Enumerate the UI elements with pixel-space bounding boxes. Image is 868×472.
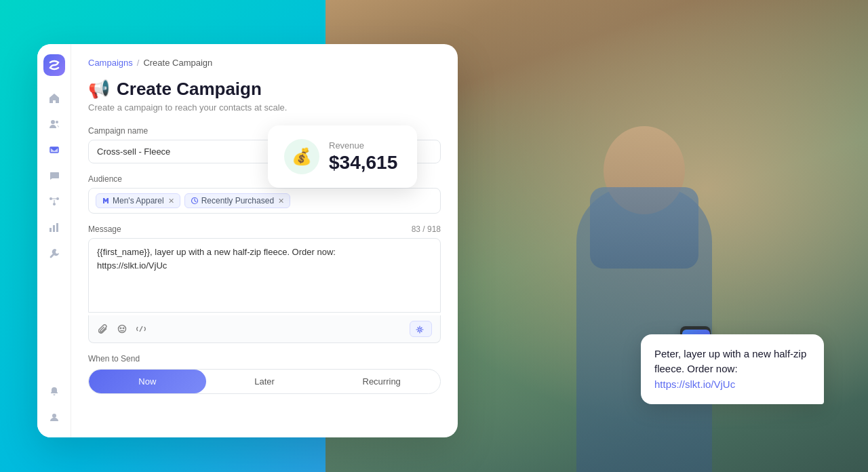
revenue-card: 💰 Revenue $34,615 — [268, 125, 417, 188]
sidebar — [37, 44, 71, 437]
message-header: Message 83 / 918 — [88, 224, 441, 234]
message-group: Message 83 / 918 {{first_name}}, layer u… — [88, 224, 441, 343]
svg-point-0 — [51, 120, 55, 124]
campaigns-nav-icon[interactable] — [44, 140, 64, 160]
flows-nav-icon[interactable] — [44, 191, 64, 212]
tools-nav-icon[interactable] — [44, 243, 64, 263]
svg-point-5 — [50, 197, 52, 200]
page-subtitle: Create a campaign to reach your contacts… — [88, 102, 441, 113]
analytics-nav-icon[interactable] — [44, 217, 64, 237]
send-recurring-btn[interactable]: Recurring — [323, 370, 440, 393]
chat-bubble-text: Peter, layer up with a new half-zip flee… — [654, 348, 806, 375]
audience-field[interactable]: Men's Apparel ✕ Recently Purchased ✕ — [88, 188, 441, 214]
notifications-nav-icon[interactable] — [44, 381, 64, 401]
send-later-btn[interactable]: Later — [206, 370, 323, 393]
page-title-section: 📢 Create Campaign Create a campaign to r… — [88, 79, 441, 113]
page-title: 📢 Create Campaign — [88, 79, 441, 100]
mens-apparel-icon — [102, 197, 110, 205]
recently-purchased-tag-label: Recently Purchased — [201, 196, 274, 205]
revenue-label: Revenue — [329, 140, 397, 151]
contacts-nav-icon[interactable] — [44, 114, 64, 134]
mens-apparel-tag-label: Men's Apparel — [113, 196, 164, 205]
home-nav-icon[interactable] — [44, 88, 64, 109]
svg-point-6 — [56, 197, 59, 200]
app-container: Campaigns / Create Campaign 📢 Create Cam… — [37, 44, 458, 437]
main-content: Campaigns / Create Campaign 📢 Create Cam… — [71, 44, 458, 437]
message-textarea[interactable]: {{first_name}}, layer up with a new half… — [88, 238, 441, 313]
breadcrumb-current: Create Campaign — [143, 58, 212, 68]
recently-purchased-icon — [191, 197, 199, 205]
revenue-info: Revenue $34,615 — [329, 140, 397, 174]
chat-bubble: Peter, layer up with a new half-zip flee… — [641, 334, 824, 405]
breadcrumb-separator: / — [137, 58, 140, 68]
svg-point-14 — [120, 328, 121, 328]
revenue-icon: 💰 — [284, 139, 319, 174]
breadcrumb-parent-link[interactable]: Campaigns — [88, 58, 133, 68]
audience-tag-recently-purchased[interactable]: Recently Purchased ✕ — [184, 193, 290, 208]
attachment-icon[interactable] — [97, 323, 109, 335]
svg-rect-9 — [53, 225, 55, 232]
message-counter: 83 / 918 — [412, 224, 441, 234]
message-label: Message — [88, 224, 121, 234]
svg-point-1 — [56, 121, 58, 123]
emoji-icon[interactable] — [116, 323, 128, 335]
message-toolbar — [88, 315, 441, 343]
app-logo[interactable] — [43, 54, 65, 76]
chat-nav-icon[interactable] — [44, 165, 64, 186]
when-to-send-label: When to Send — [88, 354, 441, 363]
svg-point-13 — [119, 326, 126, 333]
recently-purchased-remove-btn[interactable]: ✕ — [278, 197, 284, 205]
svg-point-15 — [123, 328, 123, 328]
svg-point-7 — [53, 203, 56, 205]
profile-nav-icon[interactable] — [44, 407, 64, 427]
send-timing-selector: Now Later Recurring — [88, 369, 441, 394]
revenue-amount: $34,615 — [329, 152, 397, 174]
mens-apparel-remove-btn[interactable]: ✕ — [168, 197, 174, 205]
chat-bubble-link[interactable]: https://slkt.io/VjUc — [654, 378, 735, 390]
when-to-send-group: When to Send Now Later Recurring — [88, 354, 441, 394]
title-emoji: 📢 — [88, 79, 110, 100]
svg-rect-8 — [50, 228, 52, 232]
send-now-btn[interactable]: Now — [89, 370, 206, 393]
svg-rect-10 — [56, 223, 58, 232]
audience-tag-mens-apparel[interactable]: Men's Apparel ✕ — [96, 193, 180, 208]
toolbar-left — [97, 323, 147, 335]
breadcrumb: Campaigns / Create Campaign — [88, 58, 441, 68]
variable-icon[interactable] — [135, 323, 147, 335]
svg-point-11 — [52, 414, 56, 418]
ai-generate-btn[interactable] — [410, 321, 432, 337]
